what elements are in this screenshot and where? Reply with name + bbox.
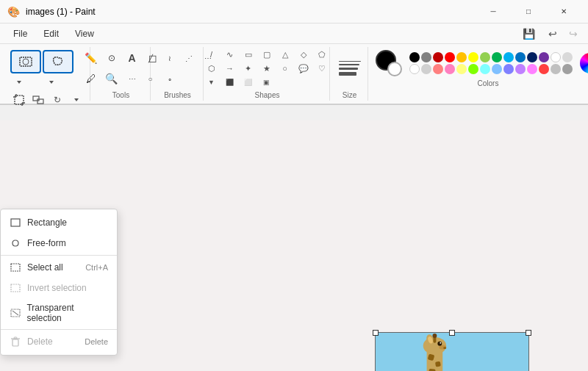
shape-speech[interactable]: 💬 xyxy=(295,62,312,75)
fill-tool[interactable]: ⊙ xyxy=(101,48,122,68)
color-blue[interactable] xyxy=(515,52,526,62)
dropdown-transparent-label: Transparent selection xyxy=(26,303,108,323)
color-cyan[interactable] xyxy=(503,52,514,62)
handle-tm[interactable] xyxy=(449,330,455,336)
color-purple[interactable] xyxy=(539,52,549,62)
svg-rect-19 xyxy=(14,337,17,339)
select-dropdown-1[interactable] xyxy=(10,75,28,90)
shape-extra[interactable]: ▣ xyxy=(259,76,275,89)
handle-tr[interactable] xyxy=(526,330,531,336)
menu-divider-1 xyxy=(1,255,117,256)
extra-tool[interactable]: ⋯ xyxy=(122,69,143,88)
shape-arrow[interactable]: → xyxy=(222,62,238,75)
color-magenta[interactable] xyxy=(527,64,537,74)
brush2[interactable]: ≀ xyxy=(159,48,180,68)
color-salmon[interactable] xyxy=(433,64,443,74)
shape-outline[interactable]: ⬜ xyxy=(240,76,257,89)
dropdown-selectall-label: Select all xyxy=(27,262,63,273)
select-dropdown-2[interactable] xyxy=(43,75,60,90)
svg-marker-11 xyxy=(74,98,79,101)
color-c0[interactable] xyxy=(551,64,561,74)
close-button[interactable]: ✕ xyxy=(547,0,581,24)
minimize-button[interactable]: ─ xyxy=(476,0,510,24)
brush3[interactable]: ⋰ xyxy=(179,48,199,68)
dropdown-rectangle[interactable]: Rectangle xyxy=(1,212,117,233)
freeform-select-button[interactable] xyxy=(43,50,74,73)
size-picker[interactable] xyxy=(336,58,364,79)
shape-fill[interactable]: ⬛ xyxy=(222,76,238,89)
color-lightyellow[interactable] xyxy=(456,64,467,74)
selectall-shortcut: Ctrl+A xyxy=(85,263,108,272)
rotate-button[interactable]: ↻ xyxy=(49,93,66,107)
color-lavender[interactable] xyxy=(503,64,514,74)
shape-star4[interactable]: ✦ xyxy=(240,62,257,75)
text-tool[interactable]: A xyxy=(122,48,143,68)
svg-line-16 xyxy=(12,311,18,315)
shape-line[interactable]: / xyxy=(204,48,220,61)
color-green[interactable] xyxy=(492,52,502,62)
shape-star5[interactable]: ★ xyxy=(259,62,275,75)
ribbon: ↻ ✏️ ⊙ A ◻ 🖊 🔍 ⋯ Tools ╱ ≀ ⋰ xyxy=(0,44,588,104)
brush1[interactable]: ╱ xyxy=(140,48,161,68)
dropdown-transparent[interactable]: Transparent selection xyxy=(1,298,117,328)
rectangle-select-button[interactable] xyxy=(10,50,41,73)
shape-hexagon[interactable]: ⬡ xyxy=(204,62,220,75)
color-white[interactable] xyxy=(551,52,561,62)
undo-button[interactable]: ↩ xyxy=(544,25,562,43)
dropdown-selectall[interactable]: Select all Ctrl+A xyxy=(1,257,117,278)
selectall-icon xyxy=(10,262,21,273)
shape-triangle[interactable]: △ xyxy=(277,48,293,61)
color-orange[interactable] xyxy=(456,52,467,62)
menu-edit[interactable]: Edit xyxy=(36,26,66,42)
size-section: Size xyxy=(331,47,368,101)
color-silver[interactable] xyxy=(421,64,431,74)
color-red[interactable] xyxy=(445,52,455,62)
color-aqua[interactable] xyxy=(480,64,490,74)
shape-pentagon[interactable]: ⬠ xyxy=(314,48,330,61)
color-a0[interactable] xyxy=(562,64,573,74)
shape-heart[interactable]: ♡ xyxy=(314,62,330,75)
color-darkred[interactable] xyxy=(433,52,443,62)
shape-more[interactable]: ▼ xyxy=(204,76,220,89)
color-violet[interactable] xyxy=(515,64,526,74)
color-pink[interactable] xyxy=(445,64,455,74)
save-icon[interactable]: 💾 xyxy=(523,28,535,40)
shape-ellipse[interactable]: ○ xyxy=(277,62,293,75)
dropdown-delete-label: Delete xyxy=(27,336,53,347)
colorpicker-tool[interactable]: 🖊 xyxy=(81,69,101,88)
color-wheel[interactable] xyxy=(580,53,588,73)
color-gray[interactable] xyxy=(421,52,431,62)
background-color[interactable] xyxy=(387,62,402,76)
brush5[interactable]: ○ xyxy=(140,69,161,88)
maximize-button[interactable]: □ xyxy=(512,0,545,24)
giraffe-image-container[interactable] xyxy=(375,332,529,371)
shape-rect[interactable]: ▭ xyxy=(240,48,257,61)
shape-roundrect[interactable]: ▢ xyxy=(259,48,275,61)
svg-point-30 xyxy=(432,334,437,338)
color-white2[interactable] xyxy=(409,64,420,74)
select-dropdown-3[interactable] xyxy=(68,93,85,107)
shape-curve[interactable]: ∿ xyxy=(222,48,238,61)
menu-view[interactable]: View xyxy=(68,26,101,42)
color-lightgray[interactable] xyxy=(562,52,573,62)
invert-icon xyxy=(10,282,21,294)
color-darkblue[interactable] xyxy=(527,52,537,62)
dropdown-freeform[interactable]: Free-form xyxy=(1,233,117,253)
color-chartreuse[interactable] xyxy=(468,64,478,74)
magnify-tool[interactable]: 🔍 xyxy=(101,69,122,88)
colors-section: Colors xyxy=(370,47,588,101)
crop-button[interactable] xyxy=(10,93,28,107)
shape-diamond[interactable]: ◇ xyxy=(295,48,312,61)
color-lime[interactable] xyxy=(480,52,490,62)
color-coral[interactable] xyxy=(539,64,549,74)
color-lightblue[interactable] xyxy=(492,64,502,74)
pencil-tool[interactable]: ✏️ xyxy=(81,48,101,68)
colors-label: Colors xyxy=(478,79,499,89)
color-yellow[interactable] xyxy=(468,52,478,62)
color-black[interactable] xyxy=(409,52,420,62)
redo-button[interactable]: ↪ xyxy=(564,25,582,43)
menu-file[interactable]: File xyxy=(6,26,35,42)
resize-button[interactable] xyxy=(29,93,47,107)
brush6[interactable]: ∘ xyxy=(159,69,180,88)
handle-tl[interactable] xyxy=(373,330,379,336)
